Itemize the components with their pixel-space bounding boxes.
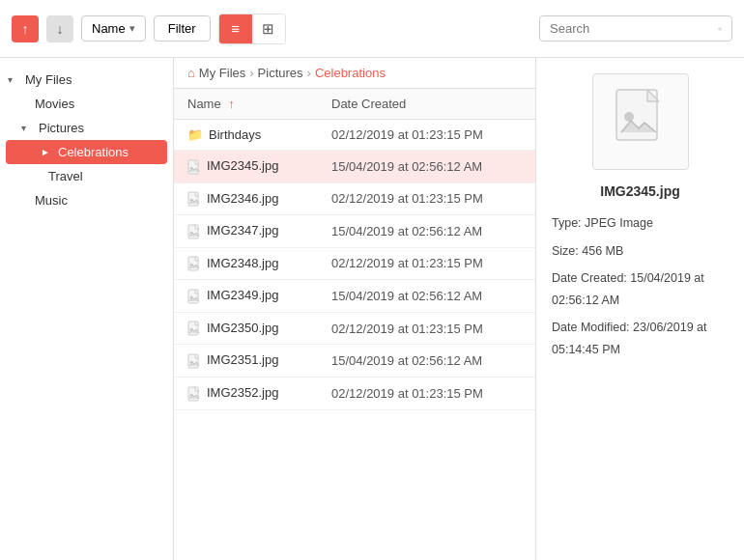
sidebar-label-movies: Movies [35,97,74,111]
file-name-cell: 📁Birthdays [174,120,318,151]
view-toggle: ≡ ⊞ [218,14,286,44]
sidebar: ▾ My Files Movies ▾ Pictures ► Celebrati… [0,58,174,560]
sidebar-item-travel[interactable]: Travel [0,164,173,188]
file-name-cell: IMG2350.jpg [174,312,318,345]
file-name-cell: IMG2348.jpg [174,247,318,280]
file-name-cell: IMG2346.jpg [174,182,318,215]
file-icon [187,223,201,238]
table-row[interactable]: IMG2352.jpg02/12/2019 at 01:23:15 PM [174,377,535,409]
file-name-label: IMG2352.jpg [207,385,278,400]
file-icon [187,385,201,400]
file-icon [187,321,201,335]
sort-down-button[interactable]: ↓ [46,15,73,42]
table-row[interactable]: IMG2346.jpg02/12/2019 at 01:23:15 PM [174,182,535,215]
sidebar-label-music: Music [35,193,68,208]
detail-thumbnail [592,73,689,170]
sidebar-item-celebrations[interactable]: ► Celebrations [6,140,167,164]
toolbar: ↑ ↓ Name ▾ Filter ≡ ⊞ [0,0,744,58]
file-icon [187,158,201,173]
col-name[interactable]: Name ↑ [174,89,318,120]
sidebar-item-pictures[interactable]: ▾ Pictures [0,116,173,140]
file-date-cell: 15/04/2019 at 02:56:12 AM [318,345,535,378]
sort-indicator: ↑ [228,97,235,111]
sort-name-label: Name [92,21,126,36]
file-name-cell: IMG2347.jpg [174,215,318,248]
tree-arrow-pictures: ▾ [21,123,35,133]
detail-panel: IMG2345.jpg Type: JPEG Image Size: 456 M… [536,58,744,560]
main-area: ▾ My Files Movies ▾ Pictures ► Celebrati… [0,58,744,560]
table-row[interactable]: IMG2349.jpg15/04/2019 at 02:56:12 AM [174,280,535,313]
table-row[interactable]: IMG2347.jpg15/04/2019 at 02:56:12 AM [174,215,535,248]
file-name-label: IMG2346.jpg [207,191,278,206]
list-view-button[interactable]: ≡ [219,14,252,43]
sidebar-label-myfiles: My Files [25,72,72,87]
breadcrumb-pictures[interactable]: Pictures [258,66,303,80]
svg-point-20 [624,112,634,122]
breadcrumb-home-icon: ⌂ [187,66,195,80]
file-name-cell: IMG2345.jpg [174,151,318,183]
file-name-label: IMG2345.jpg [207,158,278,173]
table-row[interactable]: IMG2351.jpg15/04/2019 at 02:56:12 AM [174,345,535,378]
content-area: ⌂ My Files › Pictures › Celebrations Nam… [174,58,744,560]
breadcrumb-sep-2: › [307,66,311,80]
table-row[interactable]: IMG2350.jpg02/12/2019 at 01:23:15 PM [174,312,535,345]
grid-view-button[interactable]: ⊞ [252,14,285,43]
file-table: Name ↑ Date Created 📁Birthdays02/12/2019… [174,89,535,410]
sidebar-label-travel: Travel [48,169,83,183]
file-icon [187,191,201,206]
sort-name-button[interactable]: Name ▾ [81,15,146,42]
sidebar-label-celebrations: Celebrations [58,145,129,159]
table-row[interactable]: IMG2345.jpg15/04/2019 at 02:56:12 AM [174,151,535,183]
file-name-label: IMG2351.jpg [207,352,278,367]
file-name-label: IMG2350.jpg [207,321,278,335]
table-row[interactable]: 📁Birthdays02/12/2019 at 01:23:15 PM [174,120,535,151]
svg-line-1 [721,29,722,30]
file-name-label: IMG2347.jpg [207,223,278,238]
sidebar-item-music[interactable]: Music [0,188,173,212]
file-icon [187,288,201,302]
file-date-cell: 15/04/2019 at 02:56:12 AM [318,280,535,313]
sidebar-item-myfiles[interactable]: ▾ My Files [0,68,173,92]
breadcrumb-celebrations[interactable]: Celebrations [315,66,386,80]
detail-info: Type: JPEG Image Size: 456 MB Date Creat… [552,212,729,360]
file-date-cell: 02/12/2019 at 01:23:15 PM [318,312,535,345]
file-name-label: IMG2348.jpg [207,256,278,270]
sidebar-item-movies[interactable]: Movies [0,92,173,116]
file-date-cell: 02/12/2019 at 01:23:15 PM [318,247,535,280]
file-table-header: Name ↑ Date Created [174,89,535,120]
sort-up-button[interactable]: ↑ [12,15,39,42]
file-date-cell: 02/12/2019 at 01:23:15 PM [318,120,535,151]
sort-chevron-icon: ▾ [129,22,135,35]
file-date-cell: 15/04/2019 at 02:56:12 AM [318,151,535,183]
breadcrumb: ⌂ My Files › Pictures › Celebrations [174,58,535,89]
col-date[interactable]: Date Created [318,89,535,120]
file-date-cell: 02/12/2019 at 01:23:15 PM [318,377,535,409]
file-name-cell: IMG2352.jpg [174,377,318,409]
folder-icon: 📁 [187,127,203,142]
tree-arrow-celebrations: ► [41,147,54,157]
file-date-cell: 02/12/2019 at 01:23:15 PM [318,182,535,215]
svg-point-0 [719,27,721,29]
file-name-cell: IMG2349.jpg [174,280,318,313]
file-table-body: 📁Birthdays02/12/2019 at 01:23:15 PMIMG23… [174,120,535,410]
detail-type: Type: JPEG Image [552,212,729,235]
detail-date-created: Date Created: 15/04/2019 at 02:56:12 AM [552,267,729,311]
detail-date-modified: Date Modified: 23/06/2019 at 05:14:45 PM [552,317,729,360]
file-name-label: IMG2349.jpg [207,288,278,302]
search-box [539,15,732,42]
filter-button[interactable]: Filter [154,15,211,42]
detail-filename: IMG2345.jpg [552,183,729,199]
file-name-cell: IMG2351.jpg [174,345,318,378]
tree-arrow-myfiles: ▾ [8,74,21,85]
breadcrumb-sep-1: › [249,66,253,80]
table-row[interactable]: IMG2348.jpg02/12/2019 at 01:23:15 PM [174,247,535,280]
breadcrumb-myfiles[interactable]: My Files [199,66,245,80]
search-icon [718,22,722,36]
file-date-cell: 15/04/2019 at 02:56:12 AM [318,215,535,248]
file-name-label: Birthdays [209,127,261,142]
file-icon [187,256,201,270]
file-list: ⌂ My Files › Pictures › Celebrations Nam… [174,58,536,560]
detail-size: Size: 456 MB [552,240,729,263]
search-input[interactable] [550,21,712,36]
file-preview-icon [612,88,670,155]
